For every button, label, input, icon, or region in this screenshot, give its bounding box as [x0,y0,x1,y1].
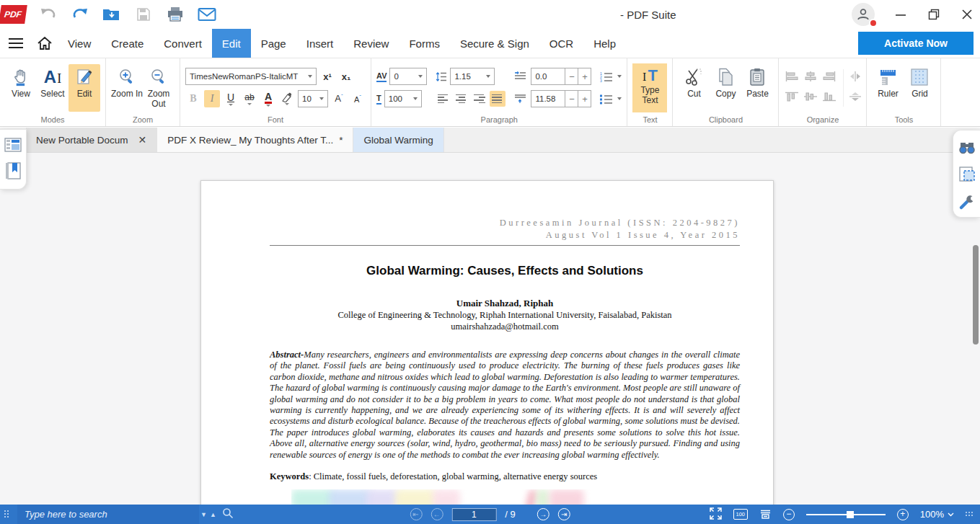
align-objects-bottom-icon[interactable] [823,92,836,105]
highlight-color-button[interactable] [279,90,295,107]
cut-button[interactable]: Cut [678,64,710,112]
align-objects-right-icon[interactable] [823,71,836,84]
shrink-font-button[interactable]: Aˇ [350,90,366,107]
align-objects-left-icon[interactable] [785,71,798,84]
para-spacing-value[interactable]: 11.58 [531,90,565,107]
close-icon[interactable] [960,7,974,22]
undo-icon[interactable] [39,5,58,24]
first-page-button[interactable]: ⇤ [410,508,422,520]
menu-insert[interactable]: Insert [296,29,344,58]
vertical-scrollbar[interactable] [973,245,979,345]
print-icon[interactable] [166,5,185,24]
menu-create[interactable]: Create [101,29,154,58]
hamburger-menu-icon[interactable] [0,29,32,58]
actual-size-icon[interactable]: 100 [733,509,748,520]
open-folder-icon[interactable] [102,5,121,24]
menu-page[interactable]: Page [251,29,296,58]
indent-increase-button[interactable]: + [578,68,591,85]
bookmarks-panel-icon[interactable] [4,161,22,180]
tab-new-portable-document[interactable]: New Portable Docum ✕ [26,128,157,152]
grid-button[interactable]: Grid [904,64,935,112]
font-name-select[interactable]: TimesNewRomanPS-ItalicMT [185,68,317,85]
email-icon[interactable] [198,5,216,24]
type-text-button[interactable]: IT Type Text [632,63,667,112]
bullet-list-button[interactable] [600,94,622,105]
zoom-out-button[interactable]: Zoom Out [143,64,175,112]
view-mode-button[interactable]: View [5,64,37,112]
pdf-page[interactable]: Durreesamin Journal (ISSN: 2204-9827) Au… [200,180,774,505]
flip-vertical-icon[interactable] [849,92,861,105]
indent-value[interactable]: 0.0 [531,68,565,85]
font-size-select[interactable]: 10 [298,90,328,107]
statusbar-grip-icon[interactable] [4,510,10,519]
italic-button[interactable]: I [204,90,220,107]
search-input[interactable] [17,505,199,524]
superscript-button[interactable]: x¹ [319,68,335,85]
menu-convert[interactable]: Convert [154,29,212,58]
align-justify-button[interactable] [490,91,506,107]
underline-button[interactable]: U [223,90,239,107]
current-page-input[interactable] [451,508,496,521]
zoom-out-button[interactable]: − [783,509,795,520]
search-next-icon[interactable]: ▲ [208,511,218,518]
copy-button[interactable]: Copy [710,64,741,112]
bold-button[interactable]: B [185,90,201,107]
paste-button[interactable]: Paste [741,64,773,112]
fullscreen-icon[interactable] [710,507,722,522]
font-color-button[interactable]: A [260,90,276,107]
zoom-in-button[interactable]: Zoom In [111,64,143,112]
menu-view[interactable]: View [58,29,101,58]
para-spacing-increase-button[interactable]: + [578,90,591,107]
char-spacing-select[interactable]: 0 [389,68,427,85]
align-center-button[interactable] [454,91,469,107]
restore-icon[interactable] [927,7,941,22]
edit-mode-button[interactable]: Edit [69,64,100,112]
menu-secure-sign[interactable]: Secure & Sign [450,29,539,58]
tools-wrench-icon[interactable] [958,192,976,211]
resize-grip-icon[interactable] [966,512,974,518]
numbered-list-button[interactable]: 123 [600,71,622,82]
select-mode-button[interactable]: AI Select [37,64,69,112]
menu-ocr[interactable]: OCR [539,29,583,58]
subscript-button[interactable]: x₁ [338,68,354,85]
menu-forms[interactable]: Forms [399,29,450,58]
next-page-button[interactable]: → [537,508,549,520]
strikethrough-button[interactable]: ab [242,90,257,107]
flip-horizontal-icon[interactable] [849,71,861,84]
align-objects-top-icon[interactable] [785,92,798,105]
zoom-slider[interactable] [806,510,886,520]
grow-font-button[interactable]: Aˆ [331,90,347,107]
zoom-level-select[interactable]: 100% [920,509,954,520]
tab-pdf-x-review[interactable]: PDF X Review_ My Thoughts After T... * [157,128,353,152]
zoom-slider-thumb[interactable] [847,511,854,518]
menu-help[interactable]: Help [583,29,626,58]
para-spacing-decrease-button[interactable]: − [565,90,578,107]
save-icon[interactable] [134,5,153,24]
line-spacing-select[interactable]: 1.15 [450,68,495,85]
previous-page-button[interactable]: ← [431,508,443,520]
align-left-button[interactable] [436,91,451,107]
tab-global-warming[interactable]: Global Warming [353,128,443,152]
user-account-icon[interactable] [852,3,875,26]
zoom-in-button[interactable]: + [897,509,909,520]
search-icon[interactable] [222,507,234,521]
activate-now-button[interactable]: Activate Now [858,32,974,55]
last-page-button[interactable]: ⇥ [558,508,570,520]
document-viewport[interactable]: Durreesamin Journal (ISSN: 2204-9827) Au… [0,153,980,505]
indent-decrease-button[interactable]: − [565,68,578,85]
thumbnails-panel-icon[interactable] [4,136,22,154]
snapshot-icon[interactable] [958,165,976,184]
align-objects-center-icon[interactable] [804,71,817,84]
fit-page-icon[interactable] [759,507,772,521]
search-binoculars-icon[interactable] [958,138,976,156]
align-right-button[interactable] [472,91,487,107]
search-prev-icon[interactable]: ▼ [199,511,208,518]
home-icon[interactable] [32,29,58,58]
minimize-icon[interactable] [893,7,908,22]
tab-close-icon[interactable]: ✕ [138,134,147,146]
char-scale-select[interactable]: 100 [384,90,422,107]
menu-edit[interactable]: Edit [212,29,251,58]
redo-icon[interactable] [71,5,89,24]
menu-review[interactable]: Review [343,29,399,58]
ruler-button[interactable]: Ruler [872,64,904,112]
